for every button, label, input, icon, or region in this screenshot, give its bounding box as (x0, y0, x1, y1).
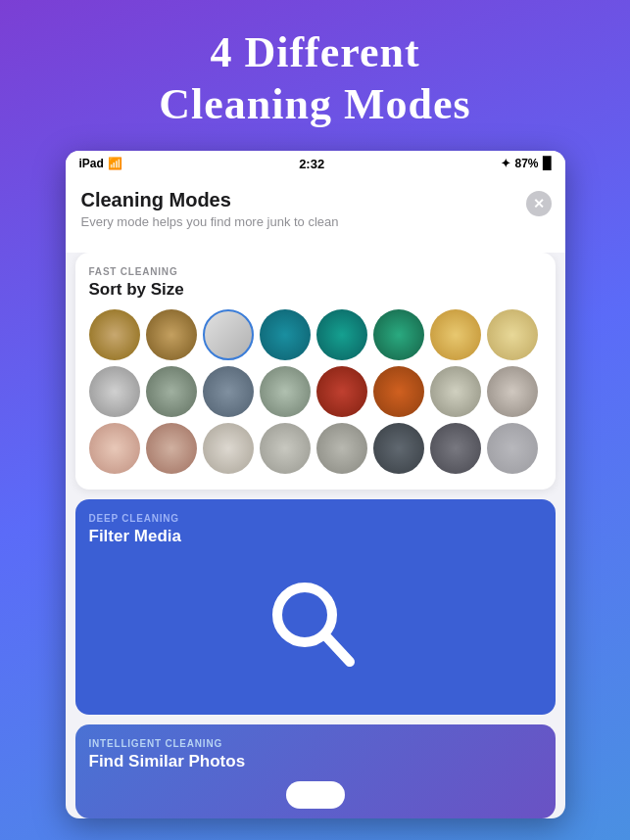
photo-23[interactable] (316, 423, 367, 474)
photo-8[interactable] (487, 309, 538, 360)
photo-3-selected[interactable] (203, 309, 254, 360)
deep-cleaning-title: Filter Media (89, 527, 542, 546)
photo-14[interactable] (316, 366, 367, 417)
photo-11[interactable] (146, 366, 197, 417)
photo-10[interactable] (89, 366, 140, 417)
svg-line-1 (324, 634, 350, 662)
close-button[interactable]: ✕ (526, 191, 552, 216)
app-store-header: 4 Different Cleaning Modes (0, 0, 630, 151)
search-icon (262, 572, 369, 679)
photo-12[interactable] (203, 366, 254, 417)
deep-cleaning-card: DEEP CLEANING Filter Media (75, 499, 556, 715)
battery-level: 87% (514, 157, 538, 170)
status-bar: iPad 📶 2:32 ✦ 87% ▉ (66, 151, 565, 177)
device-label: iPad (79, 157, 104, 170)
photo-17[interactable] (487, 366, 538, 417)
bluetooth-icon: ✦ (501, 157, 510, 170)
photo-4[interactable] (260, 309, 311, 360)
photo-15[interactable] (373, 366, 424, 417)
photo-6[interactable] (373, 309, 424, 360)
battery-icon: ▉ (543, 157, 552, 170)
intelligent-cleaning-title: Find Similar Photos (89, 752, 542, 771)
photo-row-3 (89, 423, 542, 474)
deep-cleaning-label: DEEP CLEANING (89, 513, 542, 524)
photo-5[interactable] (316, 309, 367, 360)
photo-25[interactable] (430, 423, 481, 474)
photo-19[interactable] (89, 423, 140, 474)
header-title: 4 Different Cleaning Modes (39, 27, 591, 131)
app-title: Cleaning Modes (81, 189, 550, 211)
app-header: Cleaning Modes Every mode helps you find… (66, 177, 565, 253)
device-frame: iPad 📶 2:32 ✦ 87% ▉ Cleaning Modes Every… (66, 151, 565, 818)
status-time: 2:32 (299, 157, 324, 171)
search-icon-container (89, 556, 542, 715)
photo-24[interactable] (373, 423, 424, 474)
app-subtitle: Every mode helps you find more junk to c… (81, 214, 550, 229)
photo-1[interactable] (89, 309, 140, 360)
intelligent-cleaning-card: INTELLIGENT CLEANING Find Similar Photos (75, 724, 556, 818)
photo-row-1 (89, 309, 542, 360)
photo-16[interactable] (430, 366, 481, 417)
photo-26-partial[interactable] (487, 423, 538, 474)
search-pill[interactable] (286, 781, 345, 809)
intelligent-cleaning-label: INTELLIGENT CLEANING (89, 738, 542, 749)
photo-7[interactable] (430, 309, 481, 360)
close-icon: ✕ (533, 196, 545, 211)
fast-cleaning-label: FAST CLEANING (89, 266, 542, 277)
wifi-icon: 📶 (108, 157, 122, 170)
photo-2[interactable] (146, 309, 197, 360)
photo-22[interactable] (260, 423, 311, 474)
fast-cleaning-card: FAST CLEANING Sort by Size (75, 253, 556, 490)
bottom-search-area (89, 781, 542, 809)
photo-row-2 (89, 366, 542, 417)
photo-13[interactable] (260, 366, 311, 417)
fast-cleaning-title: Sort by Size (89, 280, 542, 300)
photo-20[interactable] (146, 423, 197, 474)
photo-21[interactable] (203, 423, 254, 474)
